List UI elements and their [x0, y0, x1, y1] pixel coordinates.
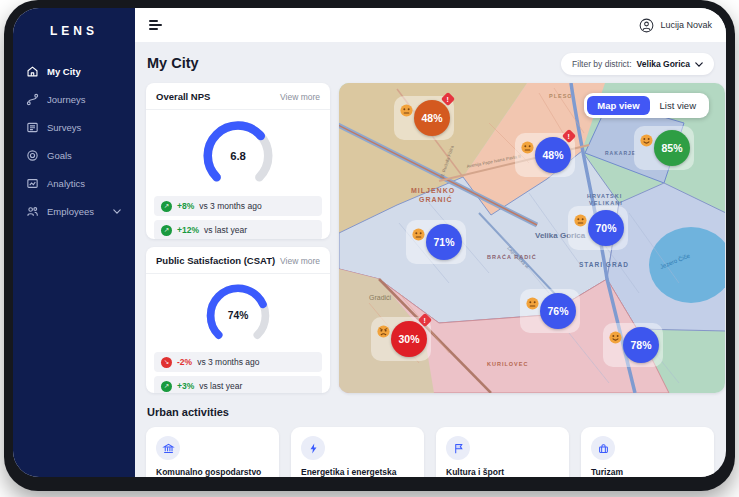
app-window: LENS My CityJourneysSurveysGoalsAnalytic…: [13, 8, 726, 477]
stat-row: ↗+8%vs 3 months ago: [154, 196, 322, 216]
map-marker[interactable]: 71%: [406, 220, 466, 264]
stat-delta: -2%: [177, 357, 192, 367]
chevron-down-icon: [695, 62, 703, 67]
mood-angry-icon: [377, 324, 390, 337]
urban-activity-card[interactable]: Turizam: [581, 427, 714, 477]
map-marker[interactable]: 85%: [634, 126, 694, 170]
mood-neutral-icon: [526, 296, 539, 309]
stat-text: vs last year: [199, 381, 242, 391]
sidebar-item-employees[interactable]: Employees: [13, 200, 135, 223]
sidebar: LENS My CityJourneysSurveysGoalsAnalytic…: [13, 8, 135, 477]
map-marker[interactable]: 70%: [568, 206, 628, 250]
nps-stats: ↗+8%vs 3 months ago↗+12%vs last year: [146, 196, 330, 239]
culture-icon: [446, 436, 470, 460]
urban-activity-label: Komunalno gospodarstvo: [156, 467, 269, 477]
csat-gauge: 74%: [146, 274, 330, 352]
stat-delta: +12%: [177, 225, 199, 235]
stat-text: vs 3 months ago: [199, 201, 261, 211]
sidebar-menu: My CityJourneysSurveysGoalsAnalyticsEmpl…: [13, 60, 135, 223]
chevron-down-icon: [113, 209, 121, 214]
mood-neutral-icon: [521, 140, 534, 153]
urban-activity-label: Energetika i energetska učinkovitost: [301, 467, 414, 477]
urban-cards: Komunalno gospodarstvoEnergetika i energ…: [146, 427, 725, 477]
stat-delta: +8%: [177, 201, 194, 211]
map-view-button[interactable]: Map view: [587, 96, 649, 115]
csat-stats: ↘-2%vs 3 months ago↗+3%vs last year: [146, 352, 330, 393]
employees-icon: [26, 205, 39, 218]
view-more-link[interactable]: View more: [280, 92, 320, 102]
urban-activity-card[interactable]: Energetika i energetska učinkovitost: [291, 427, 424, 477]
view-more-link[interactable]: View more: [280, 256, 320, 266]
gauge-value: 6.8: [230, 150, 246, 162]
map-marker[interactable]: 48%!: [515, 133, 575, 177]
marker-value: 48%: [414, 100, 450, 136]
csat-card: Public Satisfaction (CSAT) View more 74%…: [146, 247, 330, 393]
sidebar-item-label: Goals: [47, 150, 72, 161]
map-marker[interactable]: 48%!: [394, 96, 454, 140]
main-panel: Lucija Novak My City Filter by district:…: [135, 8, 726, 477]
sidebar-item-label: Surveys: [47, 122, 81, 133]
urban-activities-title: Urban activities: [147, 406, 725, 418]
list-view-button[interactable]: List view: [650, 96, 706, 115]
kpi-column: Overall NPS View more 6.8 ↗+8%vs 3 month…: [146, 83, 330, 393]
urban-activity-label: Kultura i šport: [446, 467, 559, 477]
marker-value: 85%: [654, 130, 690, 166]
urban-activity-card[interactable]: Kultura i šport: [436, 427, 569, 477]
energy-icon: [301, 436, 325, 460]
card-title: Public Satisfaction (CSAT): [156, 255, 275, 266]
municipal-icon: [156, 436, 180, 460]
marker-value: 48%: [535, 137, 571, 173]
trend-up-icon: ↗: [161, 201, 172, 212]
sidebar-item-goals[interactable]: Goals: [13, 144, 135, 167]
marker-value: 71%: [426, 224, 462, 260]
stat-row: ↘-2%vs 3 months ago: [154, 352, 322, 372]
stat-row: ↗+3%vs last year: [154, 376, 322, 393]
sidebar-item-label: Journeys: [47, 94, 86, 105]
goals-icon: [26, 149, 39, 162]
app-logo: LENS: [13, 8, 135, 60]
topbar: Lucija Novak: [135, 8, 726, 42]
trend-down-icon: ↘: [161, 357, 172, 368]
mood-neutral-icon: [400, 103, 413, 116]
stat-text: vs last year: [204, 225, 247, 235]
menu-icon[interactable]: [149, 20, 163, 30]
urban-activity-card[interactable]: Komunalno gospodarstvo: [146, 427, 279, 477]
district-filter-dropdown[interactable]: Filter by district: Velika Gorica: [561, 53, 714, 75]
journeys-icon: [26, 93, 39, 106]
tourism-icon: [591, 436, 615, 460]
nps-gauge: 6.8: [146, 110, 330, 196]
marker-value: 78%: [623, 327, 659, 363]
page-content: My City Filter by district: Velika Goric…: [135, 42, 726, 477]
user-menu[interactable]: Lucija Novak: [639, 18, 712, 33]
mood-happy-icon: [609, 330, 622, 343]
map-marker[interactable]: 76%: [520, 289, 580, 333]
card-title: Overall NPS: [156, 91, 210, 102]
mood-happy-icon: [640, 133, 653, 146]
filter-label: Filter by district:: [572, 59, 632, 69]
sidebar-item-journeys[interactable]: Journeys: [13, 88, 135, 111]
avatar-icon: [639, 18, 654, 33]
city-map[interactable]: PLESO MILJENKO GRANIĆ HRVATSKI VELIKANI …: [339, 83, 725, 393]
trend-up-icon: ↗: [161, 381, 172, 392]
map-marker[interactable]: 30%!: [371, 317, 431, 361]
overall-nps-card: Overall NPS View more 6.8 ↗+8%vs 3 month…: [146, 83, 330, 239]
trend-up-icon: ↗: [161, 225, 172, 236]
sidebar-item-surveys[interactable]: Surveys: [13, 116, 135, 139]
sidebar-item-label: My City: [47, 66, 81, 77]
mood-neutral-icon: [412, 227, 425, 240]
device-frame: LENS My CityJourneysSurveysGoalsAnalytic…: [4, 0, 735, 491]
map-markers-layer: 48%!48%!85%71%70%76%30%!78%: [339, 83, 725, 393]
stat-delta: +3%: [177, 381, 194, 391]
sidebar-item-analytics[interactable]: Analytics: [13, 172, 135, 195]
stat-row: ↗+12%vs last year: [154, 220, 322, 239]
filter-value: Velika Gorica: [637, 59, 690, 69]
sidebar-item-my-city[interactable]: My City: [13, 60, 135, 83]
map-marker[interactable]: 78%: [603, 323, 663, 367]
sidebar-item-label: Employees: [47, 206, 94, 217]
sidebar-item-label: Analytics: [47, 178, 85, 189]
stat-text: vs 3 months ago: [197, 357, 259, 367]
mood-neutral-icon: [574, 213, 587, 226]
marker-value: 30%: [391, 321, 427, 357]
urban-activity-label: Turizam: [591, 467, 704, 477]
marker-value: 76%: [540, 293, 576, 329]
